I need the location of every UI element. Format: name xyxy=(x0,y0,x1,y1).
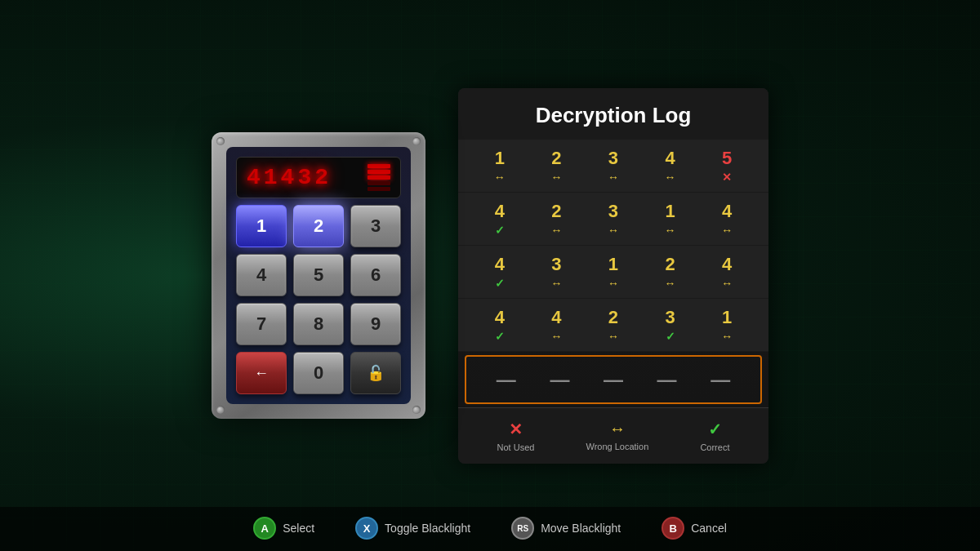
move-blacklight-label: Move Blacklight xyxy=(541,522,621,535)
log-cell-2-4: 1 ↔ xyxy=(650,201,691,237)
log-digit: 1 xyxy=(722,307,732,328)
badge-x: X xyxy=(355,517,378,540)
log-digit: 4 xyxy=(495,254,505,275)
display-bars xyxy=(368,164,390,191)
log-digit: 1 xyxy=(608,254,618,275)
log-cell-3-2: 3 ↔ xyxy=(536,254,577,290)
log-cell-4-4: 3 ✓ xyxy=(650,307,691,343)
log-digit: 4 xyxy=(495,201,505,222)
screw-tr xyxy=(412,137,421,145)
wrong-location-label: Wrong Location xyxy=(586,442,648,451)
log-cell-1-2: 2 ↔ xyxy=(536,148,577,184)
log-digit: 3 xyxy=(608,201,618,222)
bottom-control-bar: A Select X Toggle Blacklight RS Move Bla… xyxy=(0,507,980,551)
cancel-label: Cancel xyxy=(691,522,727,535)
log-indicator: ✓ xyxy=(495,277,505,290)
action-cancel: B Cancel xyxy=(662,517,727,540)
keys-grid: 1 2 3 4 5 6 7 8 9 ← 0 🔓 xyxy=(236,205,401,394)
badge-a: A xyxy=(253,517,276,540)
key-delete[interactable]: ← xyxy=(236,352,287,394)
log-indicator: ↔ xyxy=(721,277,733,290)
log-cell-3-3: 1 ↔ xyxy=(593,254,634,290)
log-digit: 1 xyxy=(665,201,675,222)
toggle-blacklight-label: Toggle Blacklight xyxy=(385,522,470,535)
log-cell-4-5: 1 ↔ xyxy=(706,307,747,343)
bar-5 xyxy=(368,187,390,191)
key-lock[interactable]: 🔓 xyxy=(350,352,401,394)
key-9[interactable]: 9 xyxy=(350,303,401,345)
action-move-blacklight: RS Move Blacklight xyxy=(511,517,621,540)
log-indicator: ↔ xyxy=(494,171,506,184)
log-digit: 2 xyxy=(551,148,561,169)
screw-br xyxy=(412,406,421,414)
log-row-4: 4 ✓ 4 ↔ 2 ↔ 3 ✓ 1 ↔ xyxy=(458,299,768,352)
legend-not-used: ✕ Not Used xyxy=(497,420,535,452)
screw-tl xyxy=(216,137,225,145)
log-indicator: ✓ xyxy=(666,330,675,343)
log-cell-2-1: 4 ✓ xyxy=(479,201,520,237)
key-8[interactable]: 8 xyxy=(293,303,344,345)
action-toggle-blacklight: X Toggle Blacklight xyxy=(355,517,470,540)
log-digit: 2 xyxy=(608,307,618,328)
key-3[interactable]: 3 xyxy=(350,205,401,247)
log-indicator: ↔ xyxy=(608,171,619,184)
badge-rs: RS xyxy=(511,517,534,540)
log-indicator: ✓ xyxy=(495,330,505,343)
correct-label: Correct xyxy=(700,442,729,452)
log-indicator: ↔ xyxy=(608,224,619,237)
key-0[interactable]: 0 xyxy=(293,352,344,394)
active-dash-2: — xyxy=(550,368,569,391)
log-cell-1-5: 5 ✕ xyxy=(706,148,747,184)
correct-icon: ✓ xyxy=(708,420,722,439)
log-indicator: ↔ xyxy=(665,171,676,184)
key-4[interactable]: 4 xyxy=(236,254,287,296)
log-cell-1-3: 3 ↔ xyxy=(593,148,634,184)
keypad-display: 41432 xyxy=(236,157,401,198)
active-dash-4: — xyxy=(657,368,677,391)
log-digit: 3 xyxy=(665,307,675,328)
active-dash-1: — xyxy=(497,368,516,391)
select-label: Select xyxy=(283,522,314,535)
log-digit: 3 xyxy=(551,254,561,275)
log-digit: 2 xyxy=(551,201,561,222)
log-indicator: ↔ xyxy=(550,277,562,290)
bar-3 xyxy=(368,176,390,180)
log-indicator: ↔ xyxy=(550,224,562,237)
log-active-row: — — — — — xyxy=(465,355,762,404)
log-indicator: ↔ xyxy=(550,330,562,343)
log-indicator: ↔ xyxy=(721,330,733,343)
key-2[interactable]: 2 xyxy=(293,205,344,247)
log-indicator: ↔ xyxy=(550,171,562,184)
log-indicator: ✕ xyxy=(722,171,732,184)
main-container: 41432 1 2 3 4 5 6 7 8 9 ← xyxy=(0,0,980,551)
log-cell-3-5: 4 ↔ xyxy=(706,254,747,290)
key-5[interactable]: 5 xyxy=(293,254,344,296)
log-cell-2-2: 2 ↔ xyxy=(536,201,577,237)
active-dash-3: — xyxy=(604,368,623,391)
legend-wrong-location: ↔ Wrong Location xyxy=(586,420,648,452)
log-cell-4-1: 4 ✓ xyxy=(479,307,520,343)
log-indicator: ↔ xyxy=(608,330,619,343)
key-6[interactable]: 6 xyxy=(350,254,401,296)
badge-b: B xyxy=(662,517,684,540)
log-indicator: ↔ xyxy=(665,277,676,290)
key-1[interactable]: 1 xyxy=(236,205,287,247)
log-digit: 4 xyxy=(722,254,732,275)
log-rows: 1 ↔ 2 ↔ 3 ↔ 4 ↔ 5 ✕ xyxy=(458,140,768,407)
log-indicator: ↔ xyxy=(608,277,619,290)
log-row-2: 4 ✓ 2 ↔ 3 ↔ 1 ↔ 4 ↔ xyxy=(458,193,768,246)
log-digit: 5 xyxy=(722,148,732,169)
log-digit: 4 xyxy=(551,307,561,328)
action-select: A Select xyxy=(253,517,314,540)
log-title: Decryption Log xyxy=(458,88,768,140)
log-cell-3-4: 2 ↔ xyxy=(650,254,691,290)
log-digit: 3 xyxy=(608,148,618,169)
log-indicator: ✓ xyxy=(495,224,505,237)
log-row-3: 4 ✓ 3 ↔ 1 ↔ 2 ↔ 4 ↔ xyxy=(458,246,768,299)
log-indicator: ↔ xyxy=(665,224,676,237)
log-cell-4-2: 4 ↔ xyxy=(536,307,577,343)
keypad-inner: 41432 1 2 3 4 5 6 7 8 9 ← xyxy=(226,147,411,404)
log-row-1: 1 ↔ 2 ↔ 3 ↔ 4 ↔ 5 ✕ xyxy=(458,140,768,193)
screw-bl xyxy=(216,406,225,414)
key-7[interactable]: 7 xyxy=(236,303,287,345)
